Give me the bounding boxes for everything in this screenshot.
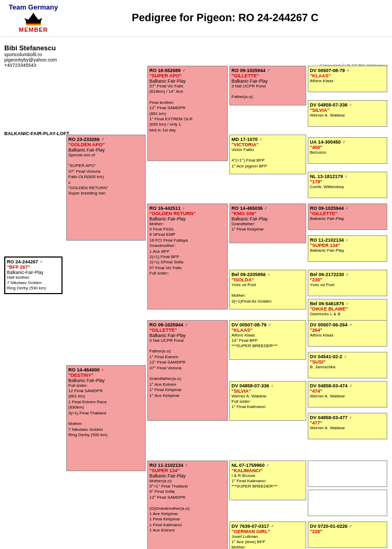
ssd-card: MD 17-1070 ♀ "VICTORIA" Victor Falitu4°(… [229, 135, 306, 174]
ds-id: RO 09-1025944 ♂ [149, 322, 226, 327]
ssdd-card: NL 13-1812179 ♀ "179" Comb. Wittendorp [308, 172, 387, 198]
dsds-card: DV 04858-03-474 ♂ "474" Werner A. Waldow [308, 381, 387, 408]
dd-name: "SUPER 134" [149, 468, 226, 473]
main-pigeon-loft: Balkanic-Fair-Play [7, 270, 60, 275]
loft-label: BALKANIC-FAIR-PLAY-LOFT [4, 131, 69, 136]
dd-card: RO 11-2102134 ♀ "SUPER 134" Balkanic Fai… [147, 461, 228, 549]
main-pigeon-info: Half brother: 7 Nikolaev Golden Ring Der… [7, 275, 60, 291]
ddss-card [308, 461, 387, 487]
dd-loft: Balkanic Fair-Play [149, 473, 226, 479]
sds-card: RO 14-465036 ♂ "KMG 036" Balkanic Fair-P… [229, 203, 306, 243]
ssds-card: UA 14-300450 ♂ "450" Bezusco [308, 137, 387, 164]
ds-info: 3 Nat UCPR FondFather(a.o):1° Final Extr… [149, 338, 226, 399]
sire-card: RO 23-233266 ♂ "GOLDEN APO" Balkanic Fai… [66, 135, 146, 241]
sd-loft: Balkanic Fair-Play [149, 216, 226, 222]
header: Team Germany MEMBER Pedigree for Pigeon:… [0, 0, 392, 37]
dsdd-card: DV 04858-03-477 ♀ "477" Werner A. Waldow [308, 413, 387, 439]
sd-id: RO 16-442511 ♀ [149, 206, 226, 211]
sd-name: "GOLDEN RETURN" [149, 211, 226, 216]
pedigree-wrapper: BALKANIC-FAIR-PLAY-LOFT RO 24-244267 ♂ "… [0, 37, 392, 70]
ds-loft: Balkanic Fair-Play [149, 333, 226, 338]
dssd-card: DV 04541-02-2 ♀ "SUSI" B. Janoschka [308, 352, 387, 378]
logo-area: Team Germany MEMBER [4, 3, 63, 33]
ss-card: RO 18-552089 ♂ "SUPER APO" Balkanic Fair… [147, 66, 228, 161]
footer-owner: Bibi Stefanescu sportcolumbofil.ro pigeo… [4, 44, 57, 68]
logo-team-text: Team Germany [9, 3, 58, 12]
ds-name: "GILLETTE" [149, 327, 226, 333]
owner-email2: pigeonbyby@yahoo.com [4, 57, 57, 63]
sdd-card: Bel 09-2205956 ♀ "ISOLDA" Yves vd PoelMo… [229, 270, 306, 309]
owner-email1: sportcolumbofil.ro [4, 52, 57, 57]
main-pigeon-id: RO 24-244267 ♂ [7, 259, 60, 264]
dam-id: RO 14-464000 ♀ [68, 367, 144, 373]
dss-card: DV 00507-08-79 ♂ "KLAAS" Alfons Klaas14°… [229, 320, 306, 360]
ddd-card: DV 7639-07-0317 ♂ "GERMAN GIRL" Josef Lu… [229, 521, 306, 549]
logo-member: MEMBER [19, 26, 48, 33]
sd-info: Mother:4 Final FSGL6 SFinal EMP16 FCI Fi… [149, 222, 226, 277]
svg-rect-6 [26, 24, 41, 26]
svg-rect-4 [26, 21, 41, 23]
dds-card: NL 07-1759960 ♂ "KALIMANCI" I & R Brusse… [229, 461, 306, 500]
ss-id: RO 18-552089 ♂ [149, 68, 226, 73]
sss-card: RO 09-1025944 ♂ "GILLETTE" Balkanic Fair… [229, 66, 306, 105]
ss-info: 37° Final Vic Falls(619km) / 14° AceFina… [149, 84, 226, 134]
ddds-card: DV 0720-01-0226 ♂ "226" [308, 521, 387, 548]
dd-info: Mother(a.o):3°=1° Final Thailand9° Final… [149, 479, 226, 534]
main-pigeon-name: "BFP 267" [7, 264, 60, 270]
ssss-card: DV 00507-08-79 ♂ "KLAAS" Alfons Klaas [308, 66, 387, 92]
svg-marker-1 [29, 13, 38, 19]
ddsd-card [308, 490, 387, 516]
sire-id: RO 23-233266 ♂ [68, 137, 144, 142]
ds-card: RO 09-1025944 ♂ "GILLETTE" Balkanic Fair… [147, 320, 228, 421]
eagle-icon [22, 12, 45, 26]
ss-loft: Balkanic Fair-Play [149, 78, 226, 84]
sire-loft: Balkanic Fair-Play [68, 147, 144, 153]
sdds-card: Bel 06-2172230 ♂ "230" Yves vd Poel [308, 270, 387, 296]
dam-loft: Balkanic Fair-Play [68, 378, 144, 383]
dd-id: RO 11-2102134 ♀ [149, 463, 226, 468]
sd-card: RO 16-442511 ♀ "GOLDEN RETURN" Balkanic … [147, 203, 228, 309]
dam-info: Full sister:12 Final SAMDPR(661 km)1 Fin… [68, 383, 144, 438]
sdsd-card: RO 11-2102134 ♀ "SUPER 134" Balkanic Fai… [308, 235, 387, 262]
svg-rect-5 [26, 23, 41, 24]
dam-name: "DESTINY" [68, 373, 144, 378]
owner-name: Bibi Stefanescu [4, 44, 57, 52]
page-title: Pedigree for Pigeon: RO 24-244267 C [63, 12, 388, 24]
sdss-card: RO 09-1025944 ♂ "GILLETTE" Balkanic Fair… [308, 203, 387, 230]
dam-card: RO 14-464000 ♀ "DESTINY" Balkanic Fair-P… [66, 365, 146, 471]
sire-info: Special son of"SUPER APO"37° Final Victo… [68, 153, 144, 197]
dsd-card: DV 04858-07-336 ♀ "SILVIA" Werner A. Wal… [229, 381, 306, 421]
sire-name: "GOLDEN APO" [68, 142, 144, 147]
dsss-card: DV 00507-06-264 ♂ "264" Alfons Klaas [308, 320, 387, 347]
ss-name: "SUPER APO" [149, 73, 226, 78]
main-pigeon-card: RO 24-244267 ♂ "BFP 267" Balkanic-Fair-P… [4, 256, 63, 294]
sssd-card: DV 04858-07-336 ♀ "SILVIA" Werner A. Wal… [308, 100, 387, 127]
owner-phone: +40723345543 [4, 63, 57, 68]
